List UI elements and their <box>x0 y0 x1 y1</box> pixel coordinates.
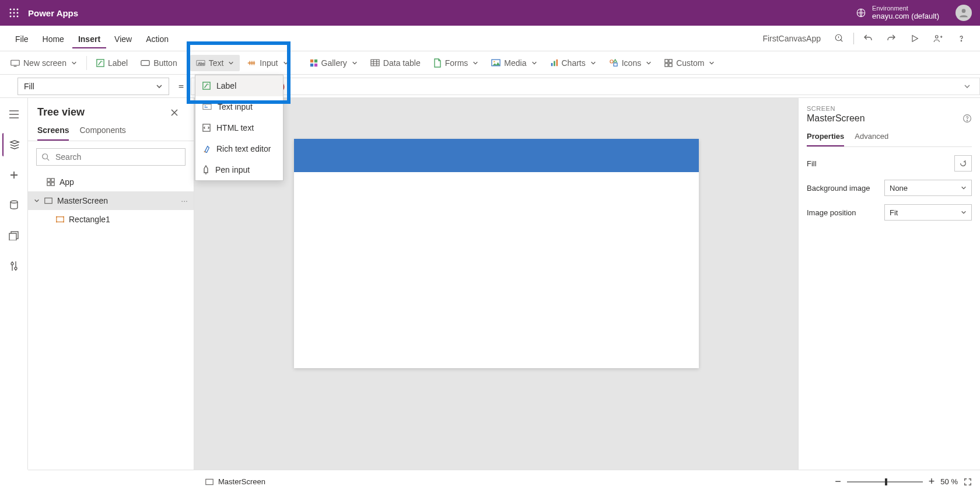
tree-node-rectangle1[interactable]: Rectangle1 <box>28 210 194 229</box>
tree-search[interactable] <box>36 148 186 166</box>
separator <box>86 56 87 70</box>
play-icon[interactable] <box>905 29 924 48</box>
icons-button[interactable]: Icons <box>603 55 657 71</box>
search-input[interactable] <box>54 152 180 162</box>
svg-point-4 <box>13 12 15 14</box>
waffle-icon[interactable] <box>5 4 23 22</box>
imagepos-select[interactable]: Fit <box>884 204 972 221</box>
imagepos-value: Fit <box>890 208 898 217</box>
custom-icon <box>664 59 673 67</box>
insert-ribbon: New screen Label Button Abc Text Input G… <box>0 51 980 75</box>
table-icon <box>370 59 380 67</box>
help-icon[interactable] <box>963 114 972 123</box>
label-button[interactable]: Label <box>90 55 134 71</box>
property-selector-value: Fill <box>24 82 34 91</box>
tab-properties[interactable]: Properties <box>807 132 844 146</box>
close-icon[interactable] <box>170 109 184 117</box>
svg-rect-27 <box>556 59 558 65</box>
chevron-down-icon <box>352 60 358 66</box>
svg-point-46 <box>56 216 57 218</box>
bgimage-select[interactable]: None <box>884 180 972 196</box>
reset-fill-button[interactable] <box>954 155 972 172</box>
svg-rect-45 <box>57 217 64 222</box>
svg-rect-55 <box>206 479 213 484</box>
svg-point-24 <box>494 61 495 62</box>
chevron-down-icon <box>590 60 596 66</box>
fit-to-screen-icon[interactable] <box>964 478 972 486</box>
insert-panel-icon[interactable] <box>2 163 26 187</box>
canvas-area[interactable] <box>194 98 798 470</box>
button-button[interactable]: Button <box>135 55 183 71</box>
formula-input[interactable]: RGBA(255, 2 55, 255, 1) <box>191 78 980 95</box>
input-icon <box>247 59 256 67</box>
data-panel-icon[interactable] <box>2 194 26 217</box>
tree-node-label: Rectangle1 <box>69 215 110 224</box>
dropdown-item-textinput[interactable]: Text input <box>195 96 283 117</box>
svg-point-12 <box>961 40 961 41</box>
tree-node-app[interactable]: App <box>28 173 194 191</box>
custom-button[interactable]: Custom <box>659 55 720 71</box>
checker-icon[interactable] <box>830 29 849 48</box>
environment-picker[interactable]: Environment enayu.com (default) <box>849 5 946 21</box>
input-button[interactable]: Input <box>241 55 294 71</box>
screen-icon <box>44 197 52 204</box>
svg-rect-53 <box>203 104 211 110</box>
text-button[interactable]: Abc Text <box>190 55 240 71</box>
prop-imagepos-label: Image position <box>807 208 884 217</box>
charts-button[interactable]: Charts <box>544 55 602 71</box>
menu-action[interactable]: Action <box>140 29 174 48</box>
dropdown-item-richtext[interactable]: Rich text editor <box>195 138 283 159</box>
left-rail <box>0 98 28 470</box>
svg-rect-29 <box>614 63 617 66</box>
data-table-button[interactable]: Data table <box>365 55 426 71</box>
svg-point-39 <box>43 154 48 159</box>
svg-point-38 <box>15 267 17 270</box>
tab-screens[interactable]: Screens <box>37 125 69 141</box>
share-icon[interactable] <box>929 29 947 48</box>
media-panel-icon[interactable] <box>2 224 26 247</box>
footer: MasterScreen − + 50 % <box>28 470 980 493</box>
expand-formula-icon[interactable] <box>961 83 974 90</box>
forms-button[interactable]: Forms <box>428 55 485 71</box>
svg-point-37 <box>11 263 13 265</box>
canvas-app-name: FirstCanvasApp <box>762 34 821 43</box>
tab-advanced[interactable]: Advanced <box>855 132 888 146</box>
dropdown-item-htmltext[interactable]: HTML text <box>195 117 283 138</box>
tree-node-masterscreen[interactable]: MasterScreen ··· <box>28 191 194 210</box>
redo-icon[interactable] <box>882 29 901 48</box>
zoom-out-button[interactable]: − <box>835 475 841 488</box>
more-icon[interactable]: ··· <box>181 196 188 205</box>
chevron-down-icon[interactable] <box>34 198 40 204</box>
zoom-slider[interactable] <box>847 481 923 482</box>
svg-point-11 <box>936 35 939 38</box>
breadcrumb-screen[interactable]: MasterScreen <box>218 477 265 486</box>
menu-insert[interactable]: Insert <box>72 29 106 48</box>
hamburger-icon[interactable] <box>2 103 26 126</box>
charts-icon <box>550 59 558 67</box>
menu-file[interactable]: File <box>9 29 34 48</box>
tab-components[interactable]: Components <box>79 125 125 141</box>
new-screen-button[interactable]: New screen <box>5 55 83 71</box>
tree-view-icon[interactable] <box>2 133 26 156</box>
properties-name: MasterScreen <box>807 113 865 124</box>
canvas-rectangle1[interactable] <box>294 139 699 172</box>
svg-text:Abc: Abc <box>198 61 204 65</box>
rectangle-icon <box>56 216 64 223</box>
undo-icon[interactable] <box>859 29 877 48</box>
property-selector[interactable]: Fill <box>18 78 169 95</box>
menu-view[interactable]: View <box>108 29 138 48</box>
dropdown-item-peninput[interactable]: Pen input <box>195 159 283 180</box>
advanced-tools-icon[interactable] <box>2 254 26 278</box>
custom-label: Custom <box>676 58 704 68</box>
prop-fill-label: Fill <box>807 159 954 168</box>
avatar[interactable] <box>956 5 972 21</box>
canvas-screen[interactable] <box>294 139 699 368</box>
help-icon[interactable] <box>952 29 971 48</box>
dropdown-item-label[interactable]: Label <box>195 75 283 96</box>
chevron-down-icon <box>709 60 715 66</box>
menu-home[interactable]: Home <box>37 29 70 48</box>
media-button[interactable]: Media <box>485 55 542 71</box>
zoom-in-button[interactable]: + <box>929 475 935 488</box>
svg-rect-22 <box>371 60 379 66</box>
gallery-button[interactable]: Gallery <box>304 55 363 71</box>
